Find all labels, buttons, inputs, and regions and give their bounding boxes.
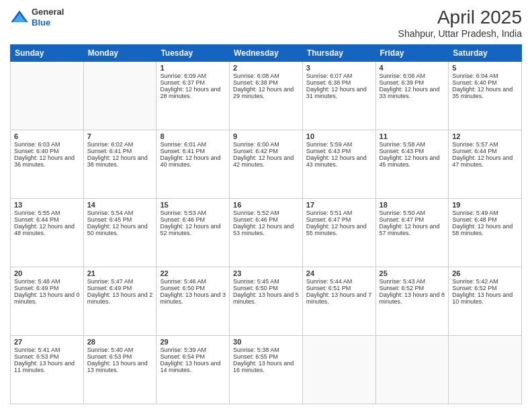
cell-text: Sunrise: 5:55 AM xyxy=(14,210,80,216)
cell-text: Sunset: 6:53 PM xyxy=(14,353,80,360)
calendar-cell: 28Sunrise: 5:40 AMSunset: 6:53 PMDayligh… xyxy=(83,336,157,404)
calendar-cell: 4Sunrise: 6:06 AMSunset: 6:39 PMDaylight… xyxy=(375,62,449,130)
calendar-row-2: 13Sunrise: 5:55 AMSunset: 6:44 PMDayligh… xyxy=(11,199,522,267)
calendar-header-monday: Monday xyxy=(83,45,157,62)
day-number: 20 xyxy=(14,269,80,277)
day-number: 29 xyxy=(160,338,226,346)
cell-text: Daylight: 12 hours and 50 minutes. xyxy=(87,223,153,236)
calendar-row-1: 6Sunrise: 6:03 AMSunset: 6:40 PMDaylight… xyxy=(11,130,522,199)
calendar-row-4: 27Sunrise: 5:41 AMSunset: 6:53 PMDayligh… xyxy=(11,336,522,404)
logo: General Blue xyxy=(10,7,64,28)
cell-text: Daylight: 12 hours and 28 minutes. xyxy=(160,86,226,99)
cell-text: Sunset: 6:41 PM xyxy=(87,148,153,154)
cell-text: Daylight: 13 hours and 5 minutes. xyxy=(233,291,299,305)
calendar-header-sunday: Sunday xyxy=(11,45,84,62)
cell-text: Daylight: 12 hours and 33 minutes. xyxy=(380,86,445,99)
cell-text: Sunset: 6:44 PM xyxy=(452,148,518,154)
day-number: 19 xyxy=(452,201,518,209)
cell-text: Daylight: 12 hours and 53 minutes. xyxy=(233,223,299,236)
cell-text: Daylight: 13 hours and 10 minutes. xyxy=(452,291,518,305)
calendar-cell xyxy=(375,336,449,404)
cell-text: Sunrise: 5:57 AM xyxy=(452,141,518,148)
calendar-header-saturday: Saturday xyxy=(449,45,522,62)
calendar-cell: 26Sunrise: 5:42 AMSunset: 6:52 PMDayligh… xyxy=(449,267,522,336)
cell-text: Daylight: 12 hours and 45 minutes. xyxy=(380,154,445,168)
cell-text: Daylight: 13 hours and 2 minutes. xyxy=(87,291,153,305)
calendar-cell xyxy=(83,62,157,130)
cell-text: Sunrise: 5:58 AM xyxy=(380,141,445,148)
day-number: 30 xyxy=(233,338,299,346)
calendar-cell xyxy=(11,62,84,130)
calendar-cell: 9Sunrise: 6:00 AMSunset: 6:42 PMDaylight… xyxy=(230,130,303,199)
cell-text: Sunset: 6:40 PM xyxy=(14,148,80,154)
cell-text: Sunset: 6:53 PM xyxy=(87,353,153,360)
cell-text: Daylight: 12 hours and 52 minutes. xyxy=(160,223,226,236)
day-number: 3 xyxy=(306,64,372,72)
day-number: 6 xyxy=(14,132,80,140)
cell-text: Sunset: 6:49 PM xyxy=(87,285,153,291)
cell-text: Sunrise: 5:53 AM xyxy=(160,210,226,216)
cell-text: Sunset: 6:43 PM xyxy=(306,148,372,154)
cell-text: Sunset: 6:50 PM xyxy=(160,285,226,291)
calendar-header-thursday: Thursday xyxy=(302,45,375,62)
cell-text: Daylight: 13 hours and 14 minutes. xyxy=(160,360,226,373)
calendar-cell: 15Sunrise: 5:53 AMSunset: 6:46 PMDayligh… xyxy=(157,199,230,267)
day-number: 18 xyxy=(380,201,445,209)
calendar-row-0: 1Sunrise: 6:09 AMSunset: 6:37 PMDaylight… xyxy=(11,62,522,130)
calendar-header-row: SundayMondayTuesdayWednesdayThursdayFrid… xyxy=(11,45,522,62)
calendar-cell: 19Sunrise: 5:49 AMSunset: 6:48 PMDayligh… xyxy=(449,199,522,267)
cell-text: Sunrise: 5:54 AM xyxy=(87,210,153,216)
cell-text: Daylight: 12 hours and 40 minutes. xyxy=(160,154,226,168)
cell-text: Daylight: 13 hours and 11 minutes. xyxy=(14,360,80,373)
calendar-cell xyxy=(302,336,375,404)
calendar-cell: 3Sunrise: 6:07 AMSunset: 6:38 PMDaylight… xyxy=(302,62,375,130)
cell-text: Sunrise: 5:40 AM xyxy=(87,347,153,353)
calendar-cell: 22Sunrise: 5:46 AMSunset: 6:50 PMDayligh… xyxy=(157,267,230,336)
day-number: 12 xyxy=(452,132,518,140)
day-number: 4 xyxy=(380,64,445,72)
calendar-cell: 21Sunrise: 5:47 AMSunset: 6:49 PMDayligh… xyxy=(83,267,157,336)
cell-text: Daylight: 13 hours and 8 minutes. xyxy=(380,291,445,305)
cell-text: Daylight: 12 hours and 57 minutes. xyxy=(380,223,445,236)
cell-text: Daylight: 13 hours and 3 minutes. xyxy=(160,291,226,305)
calendar-cell: 16Sunrise: 5:52 AMSunset: 6:46 PMDayligh… xyxy=(230,199,303,267)
calendar-cell: 27Sunrise: 5:41 AMSunset: 6:53 PMDayligh… xyxy=(11,336,84,404)
calendar-header-tuesday: Tuesday xyxy=(157,45,230,62)
cell-text: Sunrise: 5:44 AM xyxy=(306,278,372,285)
cell-text: Sunset: 6:37 PM xyxy=(160,79,226,86)
cell-text: Daylight: 13 hours and 7 minutes. xyxy=(306,291,372,305)
day-number: 27 xyxy=(14,338,80,346)
calendar-cell: 10Sunrise: 5:59 AMSunset: 6:43 PMDayligh… xyxy=(302,130,375,199)
day-number: 25 xyxy=(380,269,445,277)
title-block: April 2025 Shahpur, Uttar Pradesh, India xyxy=(398,7,522,39)
cell-text: Sunset: 6:52 PM xyxy=(452,285,518,291)
day-number: 14 xyxy=(87,201,153,209)
calendar-cell: 5Sunrise: 6:04 AMSunset: 6:40 PMDaylight… xyxy=(449,62,522,130)
cell-text: Sunrise: 5:41 AM xyxy=(14,347,80,353)
calendar-cell: 6Sunrise: 6:03 AMSunset: 6:40 PMDaylight… xyxy=(11,130,84,199)
calendar-row-3: 20Sunrise: 5:48 AMSunset: 6:49 PMDayligh… xyxy=(11,267,522,336)
cell-text: Sunset: 6:45 PM xyxy=(87,216,153,223)
cell-text: Daylight: 12 hours and 42 minutes. xyxy=(233,154,299,168)
day-number: 2 xyxy=(233,64,299,72)
calendar-header-friday: Friday xyxy=(375,45,449,62)
day-number: 16 xyxy=(233,201,299,209)
cell-text: Daylight: 13 hours and 13 minutes. xyxy=(87,360,153,373)
calendar-cell: 14Sunrise: 5:54 AMSunset: 6:45 PMDayligh… xyxy=(83,199,157,267)
cell-text: Sunrise: 5:48 AM xyxy=(14,278,80,285)
cell-text: Sunset: 6:38 PM xyxy=(233,79,299,86)
cell-text: Sunrise: 5:42 AM xyxy=(452,278,518,285)
logo-general: General xyxy=(32,7,64,17)
calendar-cell: 18Sunrise: 5:50 AMSunset: 6:47 PMDayligh… xyxy=(375,199,449,267)
calendar-cell: 20Sunrise: 5:48 AMSunset: 6:49 PMDayligh… xyxy=(11,267,84,336)
day-number: 15 xyxy=(160,201,226,209)
calendar-cell xyxy=(449,336,522,404)
calendar-cell: 17Sunrise: 5:51 AMSunset: 6:47 PMDayligh… xyxy=(302,199,375,267)
calendar-cell: 1Sunrise: 6:09 AMSunset: 6:37 PMDaylight… xyxy=(157,62,230,130)
day-number: 26 xyxy=(452,269,518,277)
cell-text: Sunset: 6:54 PM xyxy=(160,353,226,360)
cell-text: Sunrise: 6:00 AM xyxy=(233,141,299,148)
day-number: 7 xyxy=(87,132,153,140)
cell-text: Sunrise: 5:47 AM xyxy=(87,278,153,285)
cell-text: Sunset: 6:42 PM xyxy=(233,148,299,154)
